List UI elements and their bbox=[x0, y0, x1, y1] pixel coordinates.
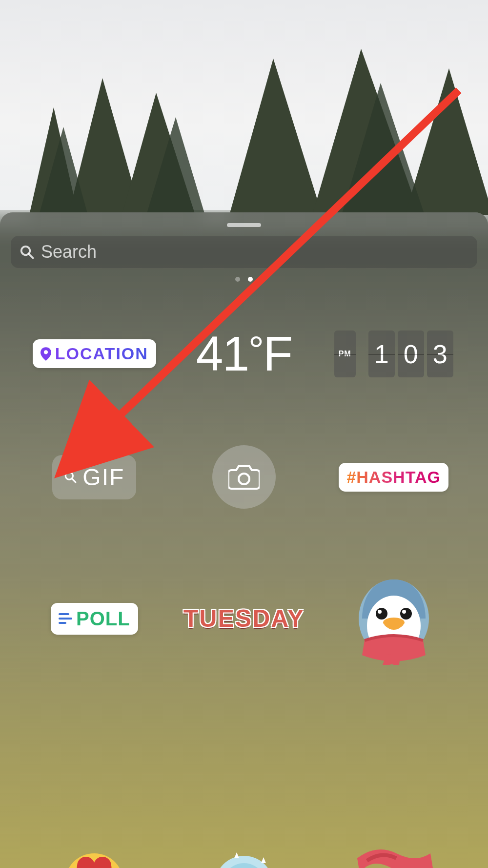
temperature-sticker[interactable]: 41°F bbox=[196, 326, 292, 382]
hashtag-sticker[interactable]: #HASHTAG bbox=[339, 463, 448, 492]
camera-icon bbox=[228, 464, 260, 490]
location-sticker[interactable]: LOCATION bbox=[33, 339, 156, 368]
hashtag-label: #HASHTAG bbox=[346, 468, 441, 487]
poll-lines-icon bbox=[59, 613, 72, 624]
svg-point-9 bbox=[400, 608, 412, 620]
penguin-sticker[interactable] bbox=[352, 572, 435, 665]
clock-ampm: PM bbox=[334, 331, 356, 377]
temperature-unit: F bbox=[263, 326, 292, 381]
svg-point-10 bbox=[378, 610, 382, 614]
page-dot-active bbox=[248, 277, 253, 282]
story-sticker-screen: LOCATION 41°F PM 1 0 3 GIF bbox=[0, 0, 488, 868]
search-input[interactable] bbox=[41, 242, 468, 262]
poll-sticker[interactable]: POLL bbox=[51, 603, 138, 635]
svg-point-5 bbox=[239, 474, 249, 484]
gif-label: GIF bbox=[82, 464, 124, 491]
clock-digit: 3 bbox=[427, 331, 453, 377]
location-label: LOCATION bbox=[55, 344, 148, 363]
sticker-grid: LOCATION 41°F PM 1 0 3 GIF bbox=[0, 296, 488, 684]
poll-label: POLL bbox=[76, 608, 130, 630]
svg-line-4 bbox=[72, 478, 76, 482]
page-indicator bbox=[0, 277, 488, 282]
sticker-sheet[interactable]: LOCATION 41°F PM 1 0 3 GIF bbox=[0, 212, 488, 868]
location-pin-icon bbox=[41, 347, 51, 361]
clock-digit: 0 bbox=[398, 331, 424, 377]
search-icon bbox=[64, 471, 77, 483]
svg-point-12 bbox=[383, 618, 405, 627]
scarf-sticker[interactable] bbox=[352, 839, 435, 868]
search-bar[interactable] bbox=[11, 236, 477, 268]
sheet-grabber[interactable] bbox=[227, 223, 261, 227]
degree-symbol: ° bbox=[248, 329, 263, 372]
day-sticker[interactable]: TUESDAY bbox=[183, 604, 305, 633]
svg-point-2 bbox=[44, 350, 48, 354]
svg-line-1 bbox=[29, 254, 33, 258]
snowglobe-sticker[interactable] bbox=[203, 839, 285, 868]
clock-sticker[interactable]: PM 1 0 3 bbox=[334, 331, 453, 377]
search-icon bbox=[20, 245, 34, 259]
camera-sticker[interactable] bbox=[212, 445, 276, 509]
temperature-value: 41 bbox=[196, 326, 248, 381]
svg-marker-15 bbox=[234, 852, 239, 858]
svg-marker-16 bbox=[261, 857, 266, 863]
gif-sticker[interactable]: GIF bbox=[52, 455, 136, 499]
sticker-row-partial bbox=[0, 839, 488, 868]
emoji-sticker[interactable] bbox=[53, 839, 136, 868]
svg-point-11 bbox=[402, 610, 406, 614]
background-sky bbox=[0, 0, 488, 210]
page-dot bbox=[235, 277, 240, 282]
clock-digit: 1 bbox=[368, 331, 395, 377]
svg-point-8 bbox=[376, 608, 387, 620]
